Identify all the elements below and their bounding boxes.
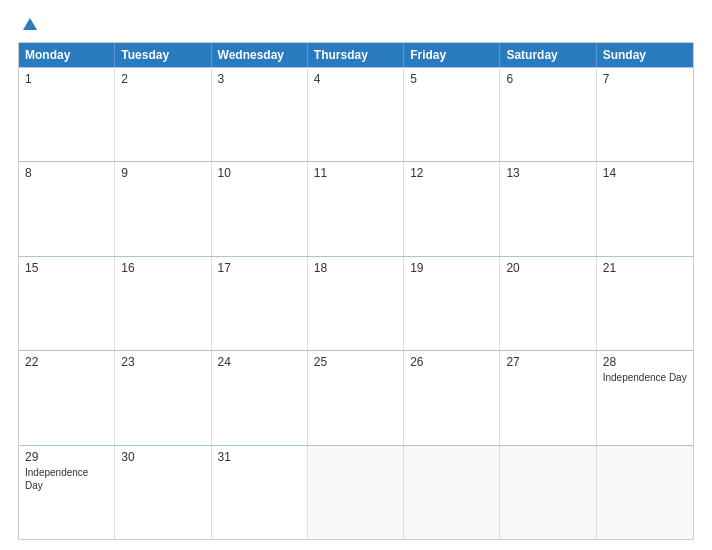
day-number: 31 [218,450,301,464]
day-number: 26 [410,355,493,369]
day-number: 1 [25,72,108,86]
calendar-day-cell: 23 [115,351,211,444]
day-number: 2 [121,72,204,86]
day-number: 15 [25,261,108,275]
calendar-day-cell [500,446,596,539]
logo-triangle-icon [23,18,37,30]
day-number: 18 [314,261,397,275]
calendar-day-cell: 8 [19,162,115,255]
day-number: 23 [121,355,204,369]
day-number: 16 [121,261,204,275]
calendar-day-cell: 4 [308,68,404,161]
calendar-day-cell: 20 [500,257,596,350]
weekday-header: Thursday [308,43,404,67]
calendar-day-cell: 1 [19,68,115,161]
calendar-day-cell [308,446,404,539]
calendar-day-cell: 14 [597,162,693,255]
header [18,18,694,32]
day-number: 9 [121,166,204,180]
calendar-day-cell: 10 [212,162,308,255]
calendar-day-cell: 18 [308,257,404,350]
day-number: 29 [25,450,108,464]
weekday-header: Wednesday [212,43,308,67]
calendar-header: MondayTuesdayWednesdayThursdayFridaySatu… [19,43,693,67]
calendar-grid: MondayTuesdayWednesdayThursdayFridaySatu… [18,42,694,540]
calendar-day-cell: 9 [115,162,211,255]
day-number: 28 [603,355,687,369]
calendar-day-cell: 12 [404,162,500,255]
day-number: 25 [314,355,397,369]
calendar-day-cell: 19 [404,257,500,350]
calendar-day-cell: 26 [404,351,500,444]
calendar-day-cell: 15 [19,257,115,350]
day-number: 21 [603,261,687,275]
calendar-day-cell [597,446,693,539]
day-number: 24 [218,355,301,369]
calendar-day-cell: 25 [308,351,404,444]
calendar-day-cell: 16 [115,257,211,350]
calendar-day-cell: 17 [212,257,308,350]
calendar-day-cell: 3 [212,68,308,161]
calendar-day-cell: 27 [500,351,596,444]
day-number: 17 [218,261,301,275]
day-number: 3 [218,72,301,86]
day-number: 10 [218,166,301,180]
weekday-header: Tuesday [115,43,211,67]
logo [18,18,37,32]
weekday-header: Sunday [597,43,693,67]
day-event: Independence Day [603,371,687,384]
day-number: 30 [121,450,204,464]
calendar-day-cell: 31 [212,446,308,539]
calendar-day-cell: 11 [308,162,404,255]
day-number: 8 [25,166,108,180]
day-number: 14 [603,166,687,180]
weekday-header: Friday [404,43,500,67]
calendar-day-cell: 28Independence Day [597,351,693,444]
calendar-day-cell: 13 [500,162,596,255]
day-number: 27 [506,355,589,369]
day-number: 6 [506,72,589,86]
calendar-day-cell: 5 [404,68,500,161]
day-number: 20 [506,261,589,275]
calendar-day-cell: 30 [115,446,211,539]
calendar-week: 15161718192021 [19,256,693,350]
day-number: 19 [410,261,493,275]
calendar-week: 891011121314 [19,161,693,255]
day-number: 7 [603,72,687,86]
calendar-day-cell: 21 [597,257,693,350]
calendar-day-cell: 6 [500,68,596,161]
calendar-day-cell: 29Independence Day [19,446,115,539]
calendar-week: 22232425262728Independence Day [19,350,693,444]
day-number: 4 [314,72,397,86]
day-number: 22 [25,355,108,369]
calendar-day-cell: 2 [115,68,211,161]
weekday-header: Monday [19,43,115,67]
day-number: 5 [410,72,493,86]
calendar-week: 1234567 [19,67,693,161]
day-number: 13 [506,166,589,180]
calendar-day-cell: 24 [212,351,308,444]
calendar-day-cell [404,446,500,539]
day-number: 11 [314,166,397,180]
calendar-day-cell: 22 [19,351,115,444]
calendar-week: 29Independence Day3031 [19,445,693,539]
weekday-header: Saturday [500,43,596,67]
calendar-body: 1234567891011121314151617181920212223242… [19,67,693,539]
calendar-page: MondayTuesdayWednesdayThursdayFridaySatu… [0,0,712,550]
day-number: 12 [410,166,493,180]
calendar-day-cell: 7 [597,68,693,161]
day-event: Independence Day [25,466,108,492]
